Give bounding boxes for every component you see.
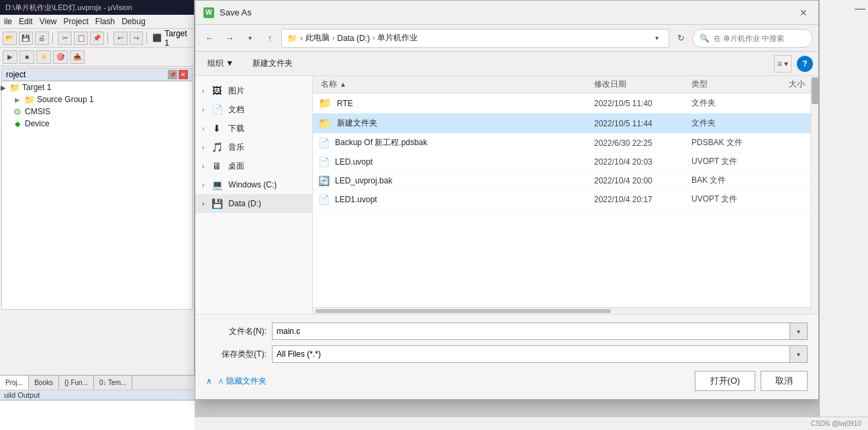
tab-books[interactable]: Books — [29, 376, 59, 390]
toolbar-load[interactable]: 📥 — [70, 50, 85, 64]
help-button[interactable]: ? — [797, 56, 813, 72]
sidebar-item-data-d[interactable]: › 💾 Data (D:) — [195, 194, 312, 213]
toolbar-btn-1[interactable]: 📂 — [3, 32, 17, 45]
sidebar-label-data-d: Data (D:) — [228, 199, 261, 208]
nav-refresh-button[interactable]: ↻ — [672, 30, 689, 47]
menu-flash[interactable]: Flash — [95, 17, 115, 26]
col-header-name[interactable]: 名称 ▲ — [313, 79, 589, 90]
tree-cmsis[interactable]: ⚙ CMSIS — [2, 105, 192, 118]
col-header-date[interactable]: 修改日期 — [589, 79, 686, 90]
panel-close-btn[interactable]: ✕ — [179, 70, 188, 79]
sidebar-label-desktop: 桌面 — [228, 161, 244, 172]
open-button[interactable]: 打开(O) — [695, 371, 755, 391]
file-list-header: 名称 ▲ 修改日期 类型 大小 — [313, 76, 810, 93]
sidebar-arrow-pictures: › — [202, 87, 204, 95]
file-row[interactable]: 📁 新建文件夹 2022/10/5 11:44 文件夹 — [313, 114, 810, 134]
tree-target[interactable]: ▶ 📁 Target 1 — [2, 81, 192, 93]
hide-folders-button[interactable]: ∧ ∧ 隐藏文件夹 — [206, 376, 267, 387]
file-row[interactable]: 📄 LED.uvopt 2022/10/4 20:03 UVOPT 文件 — [313, 153, 810, 171]
menu-debug[interactable]: Debug — [122, 17, 145, 26]
filename-row: 文件名(N): ▾ — [206, 322, 808, 340]
toolbar-stop[interactable]: ■ — [19, 50, 34, 64]
search-input[interactable] — [714, 34, 794, 42]
scrollbar-horizontal[interactable] — [313, 307, 810, 314]
file-name-text: LED_uvproj.bak — [335, 176, 392, 185]
minimize-icon[interactable]: — — [855, 3, 865, 15]
filetype-input-group: All Files (*.*) ▾ — [272, 345, 808, 363]
ide-toolbar-2: ▶ ■ ⚡ 🎯 📥 — [0, 48, 194, 67]
path-dropdown-button[interactable]: ▾ — [650, 30, 663, 47]
nav-up-button[interactable]: ↑ — [261, 30, 279, 47]
nav-search-box[interactable]: 🔍 — [692, 29, 813, 48]
file-row[interactable]: 📄 Backup Of 新工程.pdsbak 2022/6/30 22:25 P… — [313, 134, 810, 153]
sidebar-item-documents[interactable]: › 📄 文档 — [195, 100, 312, 119]
toolbar-btn-cut[interactable]: ✂ — [58, 32, 72, 45]
file-row[interactable]: 🔄 LED_uvproj.bak 2022/10/4 20:00 BAK 文件 — [313, 171, 810, 190]
toolbar-target[interactable]: 🎯 — [53, 50, 68, 64]
toolbar-btn-2[interactable]: 💾 — [19, 32, 33, 45]
tab-tem[interactable]: 0↓ Tem... — [94, 376, 132, 390]
sidebar-item-music[interactable]: › 🎵 音乐 — [195, 138, 312, 157]
status-text: CSDN @lwj0910 — [811, 420, 861, 427]
doc-icon: 📄 — [318, 194, 330, 205]
toolbar-btn-redo[interactable]: ↪ — [130, 32, 144, 45]
nav-recent-button[interactable]: ▾ — [241, 30, 258, 47]
col-header-size[interactable]: 大小 — [763, 79, 810, 90]
filename-label: 文件名(N): — [206, 326, 267, 337]
organize-button[interactable]: 组织 ▼ — [201, 55, 240, 73]
file-list[interactable]: 📁 RTE 2022/10/5 11:40 文件夹 📁 新建文件夹 2022/1… — [313, 93, 810, 307]
path-drive[interactable]: Data (D:) — [337, 34, 370, 43]
cancel-button[interactable]: 取消 — [761, 371, 808, 391]
filetype-label: 保存类型(T): — [206, 349, 267, 360]
nav-forward-button[interactable]: → — [221, 30, 238, 47]
menu-ile[interactable]: ile — [4, 17, 12, 26]
col-header-type[interactable]: 类型 — [686, 79, 763, 90]
toolbar-btn-undo[interactable]: ↩ — [113, 32, 128, 45]
filename-input[interactable] — [272, 322, 790, 340]
view-toggle-button[interactable]: ≡ ▾ — [774, 55, 791, 73]
scrollbar-vertical[interactable] — [810, 76, 818, 314]
toolbar-btn-copy[interactable]: 📋 — [74, 32, 88, 45]
project-panel: roject 📌 ✕ ▶ 📁 Target 1 ▶ 📁 Source Group… — [1, 68, 193, 310]
panel-header: roject 📌 ✕ — [2, 69, 192, 81]
new-folder-button[interactable]: 新建文件夹 — [246, 55, 299, 73]
path-folder[interactable]: 单片机作业 — [377, 32, 418, 44]
doc-icon: 📄 — [318, 157, 330, 167]
menu-edit[interactable]: Edit — [19, 17, 33, 26]
file-row[interactable]: 📄 LED1.uvopt 2022/10/4 20:17 UVOPT 文件 — [313, 190, 810, 209]
nav-back-button[interactable]: ← — [201, 30, 218, 47]
filetype-dropdown[interactable]: ▾ — [790, 345, 808, 363]
tree-source-group[interactable]: ▶ 📁 Source Group 1 — [2, 93, 192, 105]
path-this-pc[interactable]: 此电脑 — [305, 32, 330, 44]
ide-background: D:\单片机作业\LED灯.uvprojx - μVision ile Edit… — [0, 0, 195, 430]
file-row-type: UVOPT 文件 — [686, 194, 763, 205]
toolbar-btn-paste[interactable]: 📌 — [90, 32, 104, 45]
dialog-close-button[interactable]: ✕ — [797, 6, 810, 19]
sidebar-item-downloads[interactable]: › ⬇ 下载 — [195, 119, 312, 138]
search-icon: 🔍 — [700, 34, 710, 43]
sidebar-item-pictures[interactable]: › 🖼 图片 — [195, 81, 312, 100]
ide-menu-bar[interactable]: ile Edit View Project Flash Debug — [0, 15, 194, 29]
file-name-text: LED1.uvopt — [335, 195, 377, 204]
tree-device[interactable]: ◆ Device — [2, 118, 192, 130]
tab-fun[interactable]: {} Fun... — [59, 376, 94, 390]
tree-cmsis-label: CMSIS — [25, 107, 50, 116]
tab-project[interactable]: Proj... — [0, 376, 29, 390]
filename-dropdown[interactable]: ▾ — [790, 322, 808, 340]
toolbar-btn-3[interactable]: 🖨 — [35, 32, 49, 45]
nav-path-box[interactable]: 📁 › 此电脑 › Data (D:) › 单片机作业 ▾ — [281, 29, 669, 48]
sidebar-arrow-desktop: › — [202, 163, 204, 170]
sidebar-item-windows-c[interactable]: › 💻 Windows (C:) — [195, 175, 312, 194]
desktop-icon: 🖥 — [211, 160, 223, 172]
file-row[interactable]: 📁 RTE 2022/10/5 11:40 文件夹 — [313, 93, 810, 114]
path-arrow-2: › — [373, 34, 375, 42]
toolbar-run[interactable]: ▶ — [3, 50, 17, 64]
tree-device-label: Device — [25, 119, 50, 128]
toolbar-flash[interactable]: ⚡ — [36, 50, 51, 64]
panel-pin-btn[interactable]: 📌 — [168, 70, 177, 79]
menu-view[interactable]: View — [40, 17, 57, 26]
dialog-action-buttons: 打开(O) 取消 — [695, 371, 808, 391]
sidebar-label-downloads: 下载 — [228, 123, 244, 134]
sidebar-item-desktop[interactable]: › 🖥 桌面 — [195, 157, 312, 175]
menu-project[interactable]: Project — [64, 17, 89, 26]
